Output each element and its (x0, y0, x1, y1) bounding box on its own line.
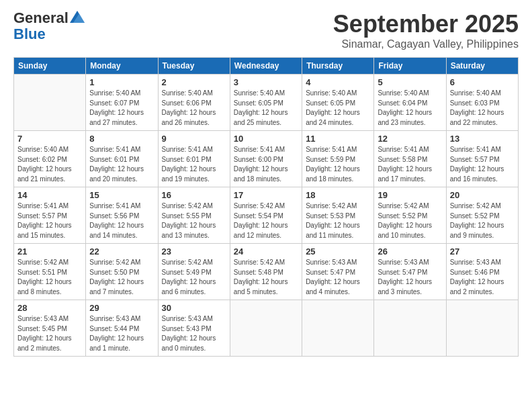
month-title: September 2025 (333, 10, 519, 38)
calendar-week-row: 1Sunrise: 5:40 AMSunset: 6:07 PMDaylight… (14, 75, 519, 131)
table-row: 17Sunrise: 5:42 AMSunset: 5:54 PMDayligh… (230, 187, 302, 244)
day-info: Sunrise: 5:41 AMSunset: 5:57 PMDaylight:… (17, 201, 82, 240)
table-row: 4Sunrise: 5:40 AMSunset: 6:05 PMDaylight… (302, 75, 374, 131)
day-number: 19 (378, 190, 442, 200)
logo: General Blue (13, 10, 85, 42)
day-info: Sunrise: 5:40 AMSunset: 6:05 PMDaylight:… (234, 89, 298, 128)
table-row: 20Sunrise: 5:42 AMSunset: 5:52 PMDayligh… (446, 187, 518, 244)
day-info: Sunrise: 5:43 AMSunset: 5:47 PMDaylight:… (306, 258, 370, 297)
day-info: Sunrise: 5:40 AMSunset: 6:03 PMDaylight:… (450, 89, 515, 128)
table-row: 28Sunrise: 5:43 AMSunset: 5:45 PMDayligh… (14, 300, 86, 357)
day-info: Sunrise: 5:43 AMSunset: 5:46 PMDaylight:… (450, 258, 515, 297)
day-info: Sunrise: 5:42 AMSunset: 5:48 PMDaylight:… (234, 258, 298, 297)
title-area: September 2025 Sinamar, Cagayan Valley, … (333, 10, 519, 50)
table-row: 30Sunrise: 5:43 AMSunset: 5:43 PMDayligh… (158, 300, 230, 357)
day-info: Sunrise: 5:41 AMSunset: 5:58 PMDaylight:… (378, 145, 442, 184)
day-info: Sunrise: 5:43 AMSunset: 5:47 PMDaylight:… (378, 258, 442, 297)
table-row (302, 300, 374, 357)
table-row: 27Sunrise: 5:43 AMSunset: 5:46 PMDayligh… (446, 244, 518, 300)
table-row: 16Sunrise: 5:42 AMSunset: 5:55 PMDayligh… (158, 187, 230, 244)
table-row: 14Sunrise: 5:41 AMSunset: 5:57 PMDayligh… (14, 187, 86, 244)
day-info: Sunrise: 5:40 AMSunset: 6:05 PMDaylight:… (306, 89, 370, 128)
table-row: 21Sunrise: 5:42 AMSunset: 5:51 PMDayligh… (14, 244, 86, 300)
table-row: 11Sunrise: 5:41 AMSunset: 5:59 PMDayligh… (302, 131, 374, 187)
table-row: 9Sunrise: 5:41 AMSunset: 6:01 PMDaylight… (158, 131, 230, 187)
day-info: Sunrise: 5:43 AMSunset: 5:45 PMDaylight:… (17, 314, 82, 353)
day-info: Sunrise: 5:41 AMSunset: 5:56 PMDaylight:… (89, 201, 154, 240)
day-info: Sunrise: 5:43 AMSunset: 5:44 PMDaylight:… (89, 314, 154, 353)
day-number: 11 (306, 134, 370, 144)
day-info: Sunrise: 5:43 AMSunset: 5:43 PMDaylight:… (162, 314, 226, 353)
day-number: 2 (162, 77, 226, 87)
day-info: Sunrise: 5:42 AMSunset: 5:52 PMDaylight:… (378, 201, 442, 240)
day-number: 27 (450, 246, 515, 257)
day-number: 1 (89, 77, 154, 87)
day-number: 5 (378, 77, 442, 87)
calendar-week-row: 28Sunrise: 5:43 AMSunset: 5:45 PMDayligh… (14, 300, 519, 357)
logo-general: General (13, 10, 69, 26)
day-number: 12 (378, 134, 442, 144)
table-row: 19Sunrise: 5:42 AMSunset: 5:52 PMDayligh… (374, 187, 446, 244)
calendar-week-row: 21Sunrise: 5:42 AMSunset: 5:51 PMDayligh… (14, 244, 519, 300)
day-number: 30 (162, 303, 226, 313)
day-number: 22 (89, 246, 154, 257)
header-monday: Monday (86, 58, 158, 75)
calendar-week-row: 14Sunrise: 5:41 AMSunset: 5:57 PMDayligh… (14, 187, 519, 244)
day-info: Sunrise: 5:42 AMSunset: 5:54 PMDaylight:… (234, 201, 298, 240)
day-number: 7 (17, 134, 82, 144)
header-sunday: Sunday (14, 58, 86, 75)
table-row: 13Sunrise: 5:41 AMSunset: 5:57 PMDayligh… (446, 131, 518, 187)
calendar-week-row: 7Sunrise: 5:40 AMSunset: 6:02 PMDaylight… (14, 131, 519, 187)
day-info: Sunrise: 5:41 AMSunset: 5:59 PMDaylight:… (306, 145, 370, 184)
page-container: General Blue September 2025 Sinamar, Cag… (0, 0, 532, 367)
day-number: 23 (162, 246, 226, 257)
day-number: 6 (450, 77, 515, 87)
day-info: Sunrise: 5:42 AMSunset: 5:55 PMDaylight:… (162, 201, 226, 240)
day-number: 8 (89, 134, 154, 144)
day-number: 15 (89, 190, 154, 200)
table-row: 6Sunrise: 5:40 AMSunset: 6:03 PMDaylight… (446, 75, 518, 131)
day-number: 14 (17, 190, 82, 200)
table-row: 7Sunrise: 5:40 AMSunset: 6:02 PMDaylight… (14, 131, 86, 187)
logo-icon (70, 11, 85, 23)
header-thursday: Thursday (302, 58, 374, 75)
calendar-table: Sunday Monday Tuesday Wednesday Thursday… (13, 57, 519, 357)
table-row: 24Sunrise: 5:42 AMSunset: 5:48 PMDayligh… (230, 244, 302, 300)
day-number: 10 (234, 134, 298, 144)
day-number: 25 (306, 246, 370, 257)
table-row (230, 300, 302, 357)
table-row (374, 300, 446, 357)
table-row: 5Sunrise: 5:40 AMSunset: 6:04 PMDaylight… (374, 75, 446, 131)
table-row: 15Sunrise: 5:41 AMSunset: 5:56 PMDayligh… (86, 187, 158, 244)
day-number: 20 (450, 190, 515, 200)
table-row: 26Sunrise: 5:43 AMSunset: 5:47 PMDayligh… (374, 244, 446, 300)
day-number: 18 (306, 190, 370, 200)
table-row: 12Sunrise: 5:41 AMSunset: 5:58 PMDayligh… (374, 131, 446, 187)
day-number: 21 (17, 246, 82, 257)
table-row: 1Sunrise: 5:40 AMSunset: 6:07 PMDaylight… (86, 75, 158, 131)
table-row: 29Sunrise: 5:43 AMSunset: 5:44 PMDayligh… (86, 300, 158, 357)
day-number: 9 (162, 134, 226, 144)
day-info: Sunrise: 5:40 AMSunset: 6:06 PMDaylight:… (162, 89, 226, 128)
table-row (446, 300, 518, 357)
day-number: 3 (234, 77, 298, 87)
day-info: Sunrise: 5:41 AMSunset: 6:01 PMDaylight:… (162, 145, 226, 184)
day-info: Sunrise: 5:42 AMSunset: 5:51 PMDaylight:… (17, 258, 82, 297)
day-info: Sunrise: 5:40 AMSunset: 6:02 PMDaylight:… (17, 145, 82, 184)
table-row: 3Sunrise: 5:40 AMSunset: 6:05 PMDaylight… (230, 75, 302, 131)
header-saturday: Saturday (446, 58, 518, 75)
header-friday: Friday (374, 58, 446, 75)
day-info: Sunrise: 5:40 AMSunset: 6:07 PMDaylight:… (89, 89, 154, 128)
table-row: 8Sunrise: 5:41 AMSunset: 6:01 PMDaylight… (86, 131, 158, 187)
day-info: Sunrise: 5:42 AMSunset: 5:50 PMDaylight:… (89, 258, 154, 297)
day-info: Sunrise: 5:41 AMSunset: 6:00 PMDaylight:… (234, 145, 298, 184)
table-row: 22Sunrise: 5:42 AMSunset: 5:50 PMDayligh… (86, 244, 158, 300)
day-info: Sunrise: 5:41 AMSunset: 5:57 PMDaylight:… (450, 145, 515, 184)
table-row: 2Sunrise: 5:40 AMSunset: 6:06 PMDaylight… (158, 75, 230, 131)
day-number: 13 (450, 134, 515, 144)
day-number: 17 (234, 190, 298, 200)
table-row: 10Sunrise: 5:41 AMSunset: 6:00 PMDayligh… (230, 131, 302, 187)
logo-blue: Blue (13, 26, 46, 42)
table-row (14, 75, 86, 131)
day-number: 24 (234, 246, 298, 257)
